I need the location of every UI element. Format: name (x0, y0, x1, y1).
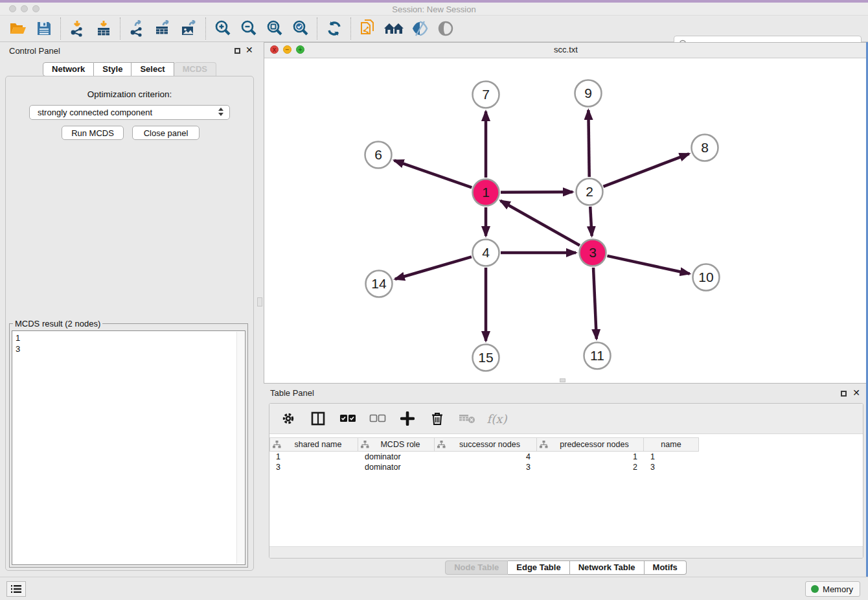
graph-node-6[interactable]: 6 (365, 142, 392, 168)
network-splitter-handle[interactable] (560, 378, 565, 382)
graph-node-11[interactable]: 11 (584, 343, 611, 369)
network-minimize-button[interactable]: − (283, 45, 291, 54)
window-titlebar: Session: New Session (0, 3, 868, 16)
table-tabs: Node TableEdge TableNetwork TableMotifs (264, 560, 868, 575)
edge-2-8[interactable] (603, 154, 689, 187)
tab-node-table: Node Table (445, 560, 508, 575)
column-type-icon (437, 441, 446, 448)
toolbar-separator (205, 17, 207, 40)
float-panel-icon[interactable] (234, 48, 240, 54)
home-layout-icon[interactable] (381, 17, 407, 40)
criterion-dropdown[interactable]: strongly connected component (29, 105, 230, 120)
result-scrollbar[interactable] (236, 332, 244, 564)
zoom-in-icon[interactable] (210, 17, 236, 40)
edge-3-11[interactable] (593, 268, 597, 339)
add-column-icon[interactable] (399, 410, 416, 428)
table-cell: 1 (269, 452, 358, 462)
toolbar-separator (60, 17, 62, 40)
table-toolbar: f(x) (269, 404, 863, 434)
column-header-successor-nodes[interactable]: successor nodes (435, 437, 537, 452)
edge-3-10[interactable] (607, 256, 689, 274)
edge-1-6[interactable] (394, 161, 472, 188)
task-history-button[interactable] (6, 581, 26, 597)
table-cell: 1 (537, 452, 644, 462)
close-panel-icon[interactable]: ✕ (246, 45, 253, 55)
birds-eye-icon[interactable] (433, 17, 459, 40)
column-header-name[interactable]: name (644, 437, 699, 452)
table-cell: dominator (358, 462, 435, 472)
edge-4-14[interactable] (395, 257, 472, 279)
svg-text:3: 3 (589, 245, 597, 260)
graph-node-14[interactable]: 14 (366, 271, 393, 297)
table-panel: Table Panel ✕ f(x) (264, 387, 868, 576)
table-close-panel-icon[interactable]: ✕ (852, 387, 860, 398)
graph-node-7[interactable]: 7 (473, 82, 499, 108)
export-table-icon[interactable] (150, 17, 176, 40)
edge-2-3[interactable] (590, 207, 591, 236)
hide-annotations-icon[interactable] (407, 17, 433, 40)
copy-style-icon[interactable] (355, 17, 381, 40)
zoom-fit-icon[interactable] (262, 17, 288, 40)
tab-motifs[interactable]: Motifs (645, 560, 687, 575)
export-network-icon[interactable] (124, 17, 150, 40)
graph-node-4[interactable]: 4 (473, 240, 499, 266)
delete-table-icon (459, 410, 475, 428)
graph-node-9[interactable]: 9 (575, 80, 602, 107)
delete-column-icon[interactable] (429, 410, 446, 428)
toggle-panes-icon[interactable] (310, 410, 326, 428)
import-table-icon[interactable] (91, 17, 117, 40)
network-close-button[interactable]: x (270, 45, 279, 54)
graph-node-15[interactable]: 15 (473, 345, 499, 371)
network-canvas[interactable]: 7968124314101511 (264, 58, 867, 383)
deselect-all-icon[interactable] (369, 410, 386, 428)
save-session-icon[interactable] (31, 17, 57, 40)
tab-mcds: MCDS (174, 62, 216, 76)
column-header-shared-name[interactable]: shared name (269, 437, 358, 452)
column-header-predecessor-nodes[interactable]: predecessor nodes (537, 437, 644, 452)
table-row[interactable]: 1dominator411 (269, 452, 863, 462)
memory-status-icon (811, 585, 819, 593)
table-row[interactable]: 3dominator323 (269, 462, 863, 472)
application-window: { "window": { "title": "Session: New Ses… (0, 0, 868, 600)
graph-node-1[interactable]: 1 (473, 179, 499, 206)
export-image-icon[interactable] (176, 17, 202, 40)
zoom-out-icon[interactable] (236, 17, 262, 40)
graph-node-2[interactable]: 2 (577, 179, 603, 205)
table-cell: dominator (358, 452, 435, 462)
mcds-result-list[interactable]: 13 (12, 330, 246, 565)
import-network-icon[interactable] (65, 17, 91, 40)
tab-style[interactable]: Style (94, 62, 131, 76)
network-maximize-button[interactable]: + (296, 45, 304, 54)
graph-node-10[interactable]: 10 (693, 264, 720, 291)
svg-text:2: 2 (586, 184, 593, 199)
column-type-icon (361, 441, 369, 448)
refresh-icon[interactable] (321, 17, 347, 40)
run-mcds-button[interactable]: Run MCDS (62, 126, 124, 140)
vertical-splitter-handle[interactable] (257, 297, 262, 306)
table-float-panel-icon[interactable] (841, 391, 847, 397)
network-view-window: scc.txt x − + 7968124314101511 (264, 42, 868, 384)
tab-network-table[interactable]: Network Table (570, 560, 645, 575)
edge-3-1[interactable] (501, 201, 580, 246)
toolbar-separator (120, 17, 121, 40)
memory-button[interactable]: Memory (805, 581, 860, 597)
column-header-mcds-role[interactable]: MCDS role (358, 437, 435, 452)
graph-node-8[interactable]: 8 (692, 135, 718, 161)
zoom-selected-icon[interactable] (288, 17, 314, 40)
list-icon (11, 584, 21, 594)
tab-network[interactable]: Network (43, 62, 94, 76)
result-line: 1 (16, 332, 242, 343)
table-options-gear-icon[interactable] (280, 410, 297, 428)
graph-node-3[interactable]: 3 (580, 240, 606, 266)
edge-2-9[interactable] (588, 110, 589, 177)
tab-select[interactable]: Select (131, 62, 174, 76)
select-all-icon[interactable] (339, 410, 356, 428)
tab-edge-table[interactable]: Edge Table (508, 560, 569, 575)
close-panel-button[interactable]: Close panel (132, 126, 200, 140)
network-window-titlebar[interactable]: scc.txt x − + (264, 43, 867, 58)
table-rows[interactable]: 1dominator4113dominator323 (269, 452, 863, 546)
edge-1-2[interactable] (501, 192, 573, 192)
column-label: successor nodes (446, 440, 534, 449)
open-session-icon[interactable] (5, 17, 31, 40)
mcds-result-box: MCDS result (2 nodes) 13 (9, 319, 248, 568)
